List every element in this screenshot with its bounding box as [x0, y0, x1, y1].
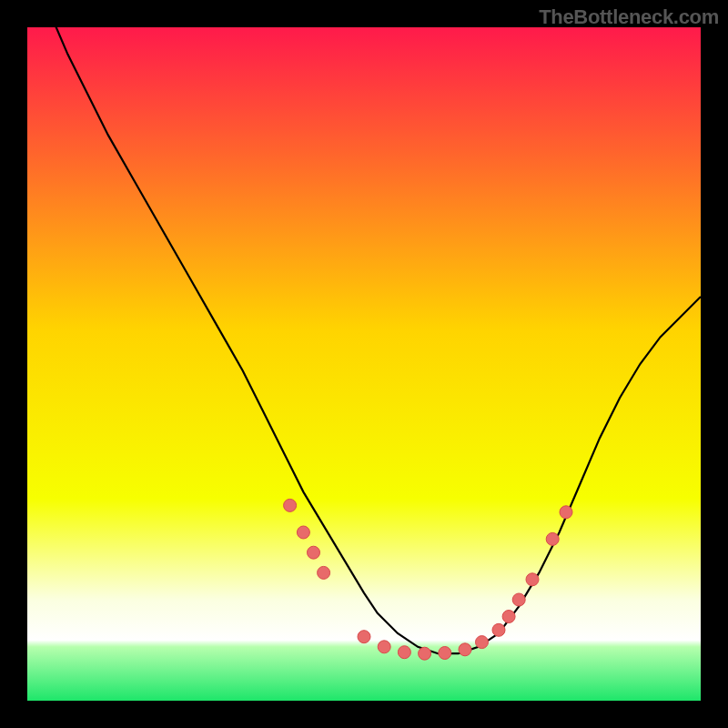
scatter-point [476, 636, 489, 649]
scatter-point [526, 573, 539, 586]
scatter-point [419, 647, 431, 660]
scatter-point [378, 641, 390, 653]
scatter-point [492, 623, 505, 636]
bottleneck-curve [27, 27, 701, 653]
scatter-point [358, 631, 370, 643]
scatter-point [318, 566, 330, 579]
scatter-point [512, 593, 525, 606]
chart-overlay [27, 27, 701, 701]
chart-stage: TheBottleneck.com [0, 0, 728, 728]
scatter-point [297, 526, 309, 539]
watermark-text: TheBottleneck.com [539, 5, 719, 29]
scatter-point [439, 647, 451, 660]
scatter-point [308, 546, 320, 559]
scatter-point [546, 532, 559, 545]
scatter-point [284, 499, 297, 511]
scatter-point [398, 646, 410, 659]
scatter-point [560, 506, 572, 519]
plot-area [27, 27, 701, 701]
scatter-point [459, 643, 471, 656]
scatter-point [502, 611, 515, 623]
scatter-points [284, 499, 572, 660]
